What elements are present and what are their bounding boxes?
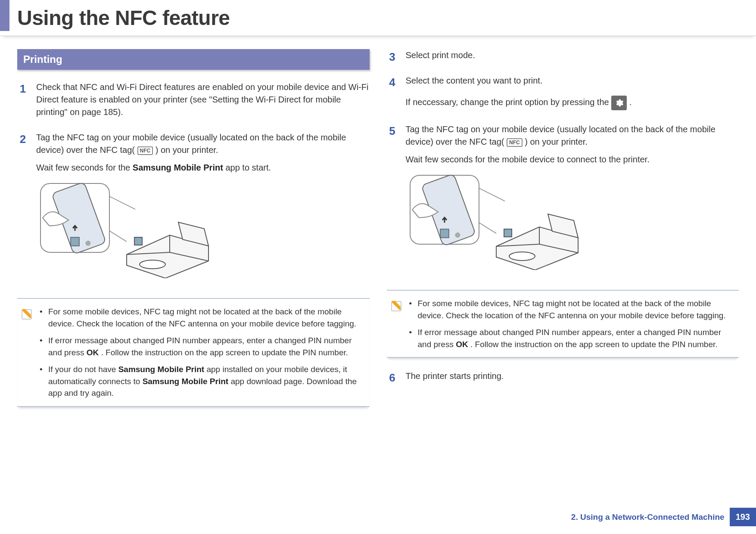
svg-line-5 bbox=[109, 196, 135, 209]
svg-rect-3 bbox=[71, 237, 79, 246]
step-text: If neccessary, change the print option b… bbox=[406, 96, 739, 110]
text-fragment: If neccessary, change the print option b… bbox=[406, 97, 612, 107]
svg-line-13 bbox=[479, 223, 496, 233]
app-name-bold: Samsung Mobile Print bbox=[143, 377, 229, 386]
svg-rect-15 bbox=[504, 229, 512, 237]
step-number: 3 bbox=[387, 49, 398, 67]
section-heading-printing: Printing bbox=[17, 49, 370, 70]
note-icon bbox=[390, 299, 403, 312]
text-fragment: If your do not have bbox=[48, 365, 118, 374]
step-text: Tag the NFC tag on your mobile device (u… bbox=[36, 131, 370, 156]
nfc-tap-illustration bbox=[36, 179, 370, 282]
page-title: Using the NFC feature bbox=[17, 6, 230, 30]
page-number: 193 bbox=[730, 508, 756, 526]
note-bullet-3: • If your do not have Samsung Mobile Pri… bbox=[40, 363, 366, 399]
note-bullet-2: • If error message about changed PIN num… bbox=[409, 326, 736, 350]
nfc-badge-icon: NFC bbox=[507, 138, 523, 147]
step-number: 1 bbox=[17, 81, 28, 124]
chapter-label: 2. Using a Network-Connected Machine bbox=[571, 512, 725, 522]
step-text: Tag the NFC tag on your mobile device (u… bbox=[406, 123, 739, 148]
nfc-tap-illustration bbox=[406, 171, 739, 273]
note-box: • For some mobile devices, NFC tag might… bbox=[17, 298, 370, 407]
svg-line-14 bbox=[479, 188, 505, 201]
note-list: • For some mobile devices, NFC tag might… bbox=[409, 298, 736, 350]
step-text: Check that NFC and Wi-Fi Direct features… bbox=[36, 81, 370, 118]
note-text: If error message about changed PIN numbe… bbox=[48, 335, 366, 358]
step-2: 2 Tag the NFC tag on your mobile device … bbox=[17, 131, 370, 290]
svg-point-16 bbox=[509, 252, 535, 261]
step-1: 1 Check that NFC and Wi-Fi Direct featur… bbox=[17, 81, 370, 124]
step-number: 4 bbox=[387, 75, 398, 115]
step-5: 5 Tag the NFC tag on your mobile device … bbox=[387, 123, 739, 282]
right-column: 3 Select print mode. 4 Select the conten… bbox=[387, 49, 739, 407]
title-bar: Using the NFC feature bbox=[0, 0, 756, 36]
text-fragment: ) on your printer. bbox=[525, 137, 588, 146]
note-text: For some mobile devices, NFC tag might n… bbox=[418, 298, 736, 321]
note-text: If your do not have Samsung Mobile Print… bbox=[48, 363, 366, 399]
text-fragment: . Follow the instruction on the app scre… bbox=[470, 340, 718, 349]
text-fragment: ) on your printer. bbox=[156, 145, 218, 155]
step-text: Wait few seconds for the mobile device t… bbox=[406, 153, 739, 166]
text-fragment: . Follow the instruction on the app scre… bbox=[101, 348, 348, 357]
app-name-bold: Samsung Mobile Print bbox=[118, 365, 205, 374]
step-body: Check that NFC and Wi-Fi Direct features… bbox=[36, 81, 370, 124]
text-fragment: app to start. bbox=[225, 163, 271, 172]
nfc-badge-icon: NFC bbox=[137, 146, 153, 155]
content-area: Printing 1 Check that NFC and Wi-Fi Dire… bbox=[0, 36, 756, 407]
note-bullet-1: • For some mobile devices, NFC tag might… bbox=[409, 298, 736, 321]
step-number: 5 bbox=[387, 123, 398, 282]
step-4: 4 Select the content you want to print. … bbox=[387, 75, 739, 115]
note-bullet-2: • If error message about changed PIN num… bbox=[40, 335, 366, 358]
note-text: If error message about changed PIN numbe… bbox=[418, 326, 736, 350]
step-number: 6 bbox=[387, 370, 398, 388]
step-text: Select print mode. bbox=[406, 49, 739, 62]
note-list: • For some mobile devices, NFC tag might… bbox=[40, 306, 366, 399]
text-fragment: . bbox=[629, 97, 632, 107]
step-6: 6 The printer starts printing. bbox=[387, 370, 739, 388]
left-column: Printing 1 Check that NFC and Wi-Fi Dire… bbox=[17, 49, 370, 407]
note-text: For some mobile devices, NFC tag might n… bbox=[48, 306, 366, 329]
page-footer: 2. Using a Network-Connected Machine 193 bbox=[571, 508, 756, 526]
step-text: The printer starts printing. bbox=[406, 370, 739, 382]
ok-bold: OK bbox=[87, 348, 99, 357]
ok-bold: OK bbox=[456, 340, 468, 349]
note-bullet-1: • For some mobile devices, NFC tag might… bbox=[40, 306, 366, 329]
app-name-bold: Samsung Mobile Print bbox=[133, 163, 223, 172]
step-3: 3 Select print mode. bbox=[387, 49, 739, 67]
step-text: Select the content you want to print. bbox=[406, 75, 739, 87]
svg-point-7 bbox=[140, 260, 165, 269]
gear-icon bbox=[611, 96, 627, 110]
step-number: 2 bbox=[17, 131, 28, 290]
svg-line-4 bbox=[109, 231, 127, 242]
title-accent bbox=[0, 0, 9, 31]
note-box: • For some mobile devices, NFC tag might… bbox=[387, 290, 739, 358]
step-body: Tag the NFC tag on your mobile device (u… bbox=[36, 131, 370, 290]
note-icon bbox=[21, 307, 34, 320]
svg-rect-12 bbox=[440, 229, 449, 238]
text-fragment: Wait few seconds for the bbox=[36, 163, 133, 172]
step-text: Wait few seconds for the Samsung Mobile … bbox=[36, 161, 370, 174]
svg-rect-6 bbox=[134, 237, 142, 245]
